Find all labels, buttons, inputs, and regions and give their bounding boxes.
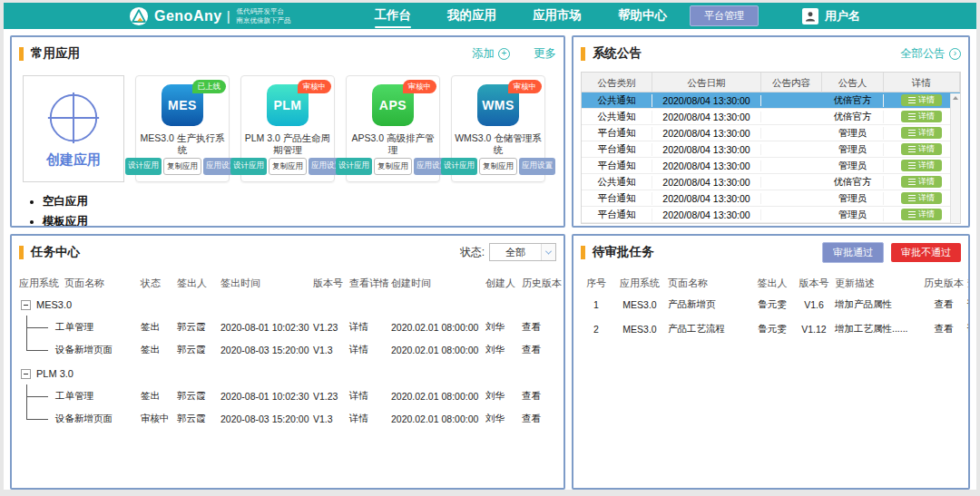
approval-row[interactable]: 1 MES3.0 产品新增页 鲁元雯 V1.6 增加产品属性 查看 详情	[581, 292, 961, 316]
application-window: GenoAny | 低代码开发平台 南京优倍旗下产品 工作台 我的应用 应用市场…	[4, 3, 976, 490]
list-icon	[908, 130, 916, 136]
task-group-row: PLM 3.0	[19, 363, 556, 384]
nav-item-app-market[interactable]: 应用市场	[533, 5, 582, 28]
status-badge: 审核中	[298, 80, 332, 93]
create-app-icon	[44, 89, 103, 147]
app-card-aps[interactable]: 审核中 APS APS3.0 高级排产管理 设计应用 复制应用 应用设置	[346, 75, 440, 182]
common-apps-header: 常用应用 添加 + 更多	[19, 43, 556, 64]
detail-button[interactable]: 详情	[901, 143, 942, 155]
detail-button[interactable]: 详情	[901, 209, 942, 220]
all-announcements-link[interactable]: 全部公告 ›	[900, 46, 961, 62]
app-card-wms[interactable]: 审核中 WMS WMS3.0 仓储管理系统 设计应用 复制应用 应用设置	[451, 75, 545, 182]
task-table-header: 应用系统 页面名称 状态 签出人 签出时间 版本号 查看详情 创建时间 创建人 …	[19, 274, 556, 292]
design-app-button[interactable]: 设计应用	[230, 158, 267, 175]
accent-bar	[581, 246, 585, 259]
list-icon	[908, 97, 916, 103]
task-group-row: MES3.0	[19, 294, 556, 316]
main-nav: 工作台 我的应用 应用市场 帮助中心	[375, 5, 668, 28]
blank-app-item[interactable]: 空白应用	[43, 191, 556, 211]
task-row[interactable]: 工单管理 签出 郭云霞 2020-08-01 10:02:30 V1.23 详情…	[19, 316, 556, 338]
history-link[interactable]: 查看	[522, 344, 556, 356]
chevron-down-icon	[541, 244, 555, 260]
history-link[interactable]: 查看	[522, 413, 556, 425]
detail-link[interactable]: 详情	[967, 298, 970, 311]
more-apps-link[interactable]: 更多	[534, 46, 556, 62]
announcements-table-header: 公告类别 公告日期 公告内容 公告人 详情	[582, 73, 960, 92]
app-type-list: 空白应用 模板应用	[19, 191, 556, 228]
announcement-row[interactable]: 平台通知 2020/08/04 13:30:00 管理员 详情	[582, 141, 960, 158]
task-row[interactable]: 工单管理 签出 郭云霞 2020-08-01 10:02:30 V1.23 详情…	[19, 384, 556, 407]
user-menu[interactable]: 用户名	[802, 8, 860, 24]
detail-link[interactable]: 详情	[349, 390, 391, 403]
detail-button[interactable]: 详情	[901, 192, 942, 204]
status-filter-select[interactable]: 全部	[489, 243, 556, 261]
collapse-icon[interactable]	[21, 300, 31, 310]
reject-button[interactable]: 审批不通过	[891, 243, 961, 262]
detail-button[interactable]: 详情	[901, 94, 942, 106]
add-app-link[interactable]: 添加 +	[472, 46, 510, 62]
announcement-row[interactable]: 平台通知 2020/08/04 13:30:00 管理员 详情	[582, 190, 960, 207]
common-apps-panel: 常用应用 添加 + 更多	[10, 35, 565, 228]
announcements-title: 系统公告	[593, 45, 642, 62]
announcement-row[interactable]: 平台通知 2020/08/04 13:30:00 管理员 详情	[582, 158, 960, 174]
detail-link[interactable]: 详情	[349, 413, 391, 425]
approval-row[interactable]: 2 MES3.0 产品工艺流程 鲁元雯 V1.12 增加工艺属性...... 查…	[581, 316, 961, 341]
app-settings-button[interactable]: 应用设置	[519, 158, 555, 175]
history-link[interactable]: 查看	[920, 323, 967, 336]
announcement-row[interactable]: 公共通知 2020/08/04 13:30:00 优倍官方 详情	[582, 109, 960, 125]
approvals-table-header: 序号 应用系统 页面名称 签出人 版本号 更新描述 历史版本 查看详情	[581, 274, 961, 292]
list-icon	[908, 113, 916, 120]
detail-link[interactable]: 详情	[349, 321, 391, 334]
copy-app-button[interactable]: 复制应用	[163, 158, 201, 175]
announcement-row[interactable]: 平台通知 2020/08/04 13:30:00 管理员 详情	[582, 125, 960, 141]
app-card-mes[interactable]: 已上线 MES MES3.0 生产执行系统 设计应用 复制应用 应用设置	[135, 75, 230, 182]
nav-item-workbench[interactable]: 工作台	[375, 5, 412, 28]
collapse-icon[interactable]	[21, 369, 31, 379]
task-row[interactable]: 设备新增页面 审核中 郭云霞 2020-08-03 15:20:00 V1.3 …	[19, 407, 556, 430]
copy-app-button[interactable]: 复制应用	[374, 158, 412, 175]
nav-item-help-center[interactable]: 帮助中心	[618, 5, 667, 28]
create-app-card[interactable]: 创建应用	[23, 75, 124, 182]
announcement-row[interactable]: 公共通知 2020/08/04 13:30:00 优倍官方 详情	[582, 174, 960, 190]
header-right: 平台管理 用户名	[690, 5, 976, 26]
tagline-line2: 南京优倍旗下产品	[237, 16, 291, 24]
announcements-table: 公告类别 公告日期 公告内容 公告人 详情 公共通知 2020/08/04 13…	[581, 72, 961, 224]
design-app-button[interactable]: 设计应用	[125, 158, 162, 175]
copy-app-button[interactable]: 复制应用	[479, 158, 517, 175]
table-scrollbar[interactable]	[950, 93, 960, 223]
nav-item-my-apps[interactable]: 我的应用	[447, 5, 496, 28]
design-app-button[interactable]: 设计应用	[336, 158, 372, 175]
approve-button[interactable]: 审批通过	[822, 242, 884, 263]
detail-link[interactable]: 详情	[967, 323, 970, 336]
announcement-row[interactable]: 平台通知 2020/08/04 13:30:00 管理员 详情	[582, 207, 960, 223]
platform-admin-button[interactable]: 平台管理	[690, 5, 759, 26]
approvals-title: 待审批任务	[593, 244, 654, 260]
announcement-row[interactable]: 公共通知 2020/08/04 13:30:00 优倍官方 详情	[582, 92, 960, 109]
app-card-plm[interactable]: 审核中 PLM PLM 3.0 产品生命周期管理 设计应用 复制应用 应用设置	[240, 75, 335, 182]
detail-button[interactable]: 详情	[901, 111, 942, 122]
list-icon	[908, 162, 916, 169]
logo-text: GenoAny	[154, 8, 222, 24]
task-row[interactable]: 设备新增页面 签出 郭云霞 2020-08-03 15:20:00 V1.3 详…	[19, 338, 556, 361]
history-link[interactable]: 查看	[522, 390, 556, 403]
list-icon	[908, 179, 916, 185]
tree-connector	[26, 384, 55, 407]
app-name: WMS3.0 仓储管理系统	[452, 132, 544, 156]
design-app-button[interactable]: 设计应用	[441, 158, 477, 175]
history-link[interactable]: 查看	[920, 298, 967, 311]
approvals-panel: 待审批任务 审批通过 审批不通过 序号 应用系统 页面名称 签出人 版本号 更新…	[572, 234, 970, 490]
app-name: PLM 3.0 产品生命周期管理	[241, 132, 334, 156]
detail-link[interactable]: 详情	[349, 344, 391, 356]
detail-button[interactable]: 详情	[901, 127, 942, 139]
announcements-header: 系统公告 全部公告 ›	[581, 43, 961, 64]
scroll-up-icon[interactable]	[953, 96, 958, 100]
template-app-item[interactable]: 模板应用	[43, 211, 556, 228]
detail-button[interactable]: 详情	[901, 160, 942, 171]
tree-connector	[26, 316, 55, 338]
list-icon	[908, 146, 916, 152]
copy-app-button[interactable]: 复制应用	[269, 158, 307, 175]
detail-button[interactable]: 详情	[901, 176, 942, 188]
top-header-bar: GenoAny | 低代码开发平台 南京优倍旗下产品 工作台 我的应用 应用市场…	[4, 3, 976, 29]
history-link[interactable]: 查看	[522, 321, 556, 334]
person-icon	[804, 10, 817, 23]
